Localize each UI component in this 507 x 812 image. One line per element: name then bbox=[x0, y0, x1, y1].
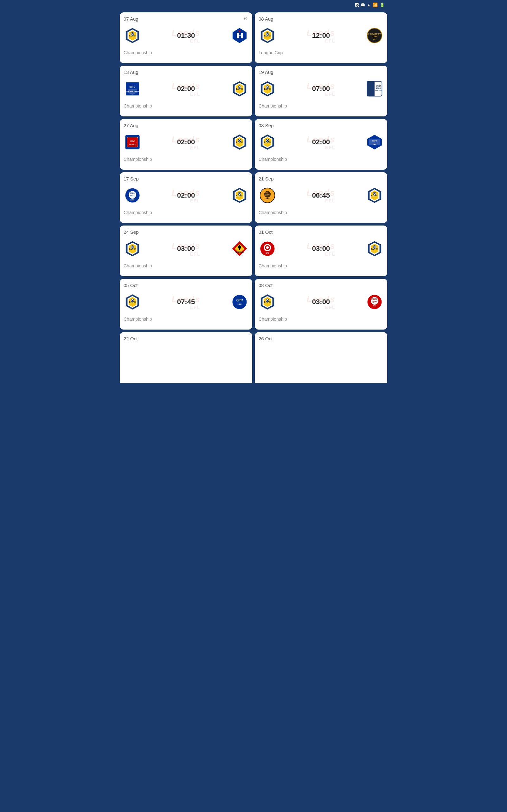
svg-text:BROM: BROM bbox=[376, 87, 381, 89]
match-date: 27 Aug bbox=[124, 123, 248, 128]
svg-text:1904: 1904 bbox=[265, 198, 270, 200]
match-body: LeedsEFL HULL CITY 1904 06:45 LUFC bbox=[259, 184, 383, 207]
match-body: LeedsEFL LUFC 02:00 SWFC 1867 bbox=[259, 131, 383, 154]
match-date: 08 Aug bbox=[259, 16, 383, 21]
match-time: 07:45 bbox=[141, 298, 231, 306]
match-date: 01 Oct bbox=[259, 229, 383, 235]
svg-text:ALBION: ALBION bbox=[375, 90, 382, 91]
svg-point-85 bbox=[267, 300, 268, 301]
match-card-m5[interactable]: 27 Aug LeedsEFL ITFC IPSWICH 02:00 LUFC … bbox=[120, 119, 252, 170]
match-card-m8[interactable]: 21 Sep LeedsEFL HULL CITY 1904 06:45 LUF… bbox=[255, 172, 387, 223]
match-date: 03 Sep bbox=[259, 123, 383, 128]
competition-label: Championship bbox=[124, 103, 248, 108]
battery-icon: 🔋 bbox=[380, 3, 385, 7]
svg-text:FC: FC bbox=[373, 38, 376, 40]
competition-label: Championship bbox=[124, 316, 248, 322]
home-team-logo: LUFC bbox=[124, 293, 141, 311]
away-team-logo: LUFC bbox=[231, 187, 248, 204]
away-team-logo: LUFC bbox=[231, 80, 248, 98]
svg-point-78 bbox=[132, 300, 133, 301]
match-card-m2[interactable]: 08 Aug LeedsEFL LUFC 12:00 SHREWSBURY TO… bbox=[255, 12, 387, 63]
competition-label: Championship bbox=[259, 157, 383, 162]
match-body: LeedsEFL LUFC 07:45 QPR 1882 bbox=[124, 291, 248, 313]
home-team-logo: LUFC bbox=[124, 27, 141, 44]
home-team-logo: BCFC BIRMINGHAM bbox=[124, 80, 141, 98]
match-card-m12[interactable]: 08 Oct LeedsEFL LUFC 03:00 BRISTOL CITY … bbox=[255, 279, 387, 329]
match-date: 08 Oct bbox=[259, 283, 383, 288]
matches-grid: 07 Aug Vs LeedsEFL LUFC 01:30 Championsh… bbox=[117, 10, 390, 386]
match-time: 02:00 bbox=[141, 191, 231, 200]
competition-label: Championship bbox=[259, 316, 383, 322]
vs-label: Vs bbox=[244, 16, 248, 21]
svg-text:SHREWSBURY: SHREWSBURY bbox=[368, 33, 381, 35]
match-date: 22 Oct bbox=[124, 336, 248, 341]
match-card-m10[interactable]: 01 Oct LeedsEFL SFC 03:00 LUFC Champions… bbox=[255, 225, 387, 276]
match-time: 03:00 bbox=[141, 245, 231, 253]
away-team-logo: BRISTOL CITY FC bbox=[366, 293, 383, 311]
match-body: LeedsEFL LUFC 03:00 BRISTOL CITY FC bbox=[259, 291, 383, 313]
match-body: LeedsEFL LUFC 12:00 SHREWSBURY TOWN FC bbox=[259, 24, 383, 47]
away-team-logo: QPR 1882 bbox=[231, 293, 248, 311]
home-team-logo: LUFC bbox=[124, 240, 141, 258]
match-card-m1[interactable]: 07 Aug Vs LeedsEFL LUFC 01:30 Championsh… bbox=[120, 12, 252, 63]
match-time: 03:00 bbox=[276, 298, 366, 306]
match-date: 21 Sep bbox=[259, 176, 383, 182]
match-time: 03:00 bbox=[276, 245, 366, 253]
match-time: 02:00 bbox=[276, 138, 366, 146]
match-date: 19 Aug bbox=[259, 69, 383, 75]
svg-text:1885: 1885 bbox=[130, 199, 135, 201]
match-card-m7[interactable]: 17 Sep LeedsEFL MILL WALL 1885 02:00 LUF… bbox=[120, 172, 252, 223]
photo2-icon: 🏔 bbox=[360, 3, 365, 7]
svg-text:MILL: MILL bbox=[130, 192, 135, 194]
match-card-m14[interactable]: 26 Oct bbox=[255, 332, 387, 383]
svg-text:FC: FC bbox=[373, 305, 376, 307]
wifi-icon: ▲ bbox=[367, 3, 371, 7]
home-team-logo: HULL CITY 1904 bbox=[259, 187, 276, 204]
competition-label: Championship bbox=[124, 263, 248, 268]
match-body: LeedsEFL MILL WALL 1885 02:00 LUFC bbox=[124, 184, 248, 207]
match-time: 01:30 bbox=[141, 32, 231, 40]
svg-text:SFC: SFC bbox=[266, 252, 270, 254]
home-team-logo: SFC bbox=[259, 240, 276, 258]
svg-point-23 bbox=[267, 87, 268, 88]
match-card-m11[interactable]: 05 Oct LeedsEFL LUFC 07:45 QPR 1882 Cham… bbox=[120, 279, 252, 329]
svg-text:1867: 1867 bbox=[373, 143, 377, 145]
match-card-m3[interactable]: 13 Aug LeedsEFL BCFC BIRMINGHAM 02:00 LU… bbox=[120, 66, 252, 116]
match-card-m13[interactable]: 22 Oct bbox=[120, 332, 252, 383]
svg-text:ITFC: ITFC bbox=[130, 140, 135, 142]
match-body: LeedsEFL SFC 03:00 LUFC bbox=[259, 237, 383, 260]
match-date: 07 Aug bbox=[124, 16, 248, 21]
home-team-logo: LUFC bbox=[259, 27, 276, 44]
svg-text:QPR: QPR bbox=[236, 298, 243, 302]
match-date: 05 Oct bbox=[124, 283, 248, 288]
competition-label: Championship bbox=[259, 263, 383, 268]
match-date: 26 Oct bbox=[259, 336, 383, 341]
home-team-logo: ITFC IPSWICH bbox=[124, 133, 141, 151]
competition-label: Championship bbox=[259, 210, 383, 215]
competition-label: League Cup bbox=[259, 50, 383, 55]
home-team-logo: LUFC bbox=[259, 133, 276, 151]
match-card-m6[interactable]: 03 Sep LeedsEFL LUFC 02:00 SWFC 1867 Cha… bbox=[255, 119, 387, 170]
match-body: LeedsEFL LUFC 03:00 WATFORD bbox=[124, 237, 248, 260]
svg-text:WATFORD: WATFORD bbox=[235, 251, 244, 253]
away-team-logo: SHREWSBURY TOWN FC bbox=[366, 27, 383, 44]
competition-label: Championship bbox=[124, 157, 248, 162]
match-date: 13 Aug bbox=[124, 69, 248, 75]
home-team-logo: LUFC bbox=[259, 293, 276, 311]
svg-point-40 bbox=[267, 140, 268, 141]
competition-label: Championship bbox=[124, 50, 248, 55]
svg-text:BCFC: BCFC bbox=[129, 86, 135, 88]
svg-text:TOWN: TOWN bbox=[372, 36, 377, 38]
svg-text:BRISTOL: BRISTOL bbox=[371, 298, 379, 300]
status-bar: 🖼 🏔 ▲ 📶 🔋 bbox=[117, 0, 390, 10]
away-team-logo: LUFC bbox=[366, 187, 383, 204]
svg-text:SWFC: SWFC bbox=[372, 140, 377, 142]
match-card-m4[interactable]: 19 Aug LeedsEFL LUFC 07:00 WEST BROM ALB… bbox=[255, 66, 387, 116]
competition-label: Championship bbox=[124, 210, 248, 215]
match-card-m9[interactable]: 24 Sep LeedsEFL LUFC 03:00 WATFORD Champ… bbox=[120, 225, 252, 276]
svg-text:WALL: WALL bbox=[130, 195, 135, 197]
home-team-logo: MILL WALL 1885 bbox=[124, 187, 141, 204]
svg-point-69 bbox=[266, 246, 269, 249]
photo-icon: 🖼 bbox=[354, 3, 359, 7]
match-time: 06:45 bbox=[276, 191, 366, 200]
